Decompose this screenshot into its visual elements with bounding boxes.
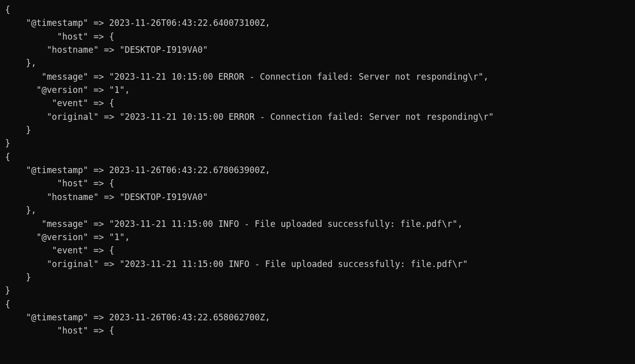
output-line: "message" => "2023-11-21 10:15:00 ERROR … (5, 70, 630, 83)
output-line: { (5, 3, 630, 16)
output-line: "event" => { (5, 244, 630, 257)
output-line: "@timestamp" => 2023-11-26T06:43:22.6580… (5, 311, 630, 324)
output-line: "@version" => "1", (5, 83, 630, 96)
output-line: "host" => { (5, 324, 630, 337)
output-line: "original" => "2023-11-21 11:15:00 INFO … (5, 257, 630, 271)
output-line: { (5, 297, 630, 311)
output-line: { (5, 150, 630, 163)
output-line: "hostname" => "DESKTOP-I919VA0" (5, 43, 630, 56)
output-line: "event" => { (5, 96, 630, 110)
output-line: "message" => "2023-11-21 11:15:00 INFO -… (5, 217, 630, 230)
output-line: "@timestamp" => 2023-11-26T06:43:22.6400… (5, 16, 630, 29)
output-line: "hostname" => "DESKTOP-I919VA0" (5, 190, 630, 204)
output-line: "@timestamp" => 2023-11-26T06:43:22.6780… (5, 163, 630, 177)
terminal-output: { "@timestamp" => 2023-11-26T06:43:22.64… (0, 0, 635, 341)
output-line: "original" => "2023-11-21 10:15:00 ERROR… (5, 110, 630, 123)
output-line: "host" => { (5, 177, 630, 190)
output-line: } (5, 271, 630, 284)
output-line: "@version" => "1", (5, 230, 630, 244)
output-line: }, (5, 56, 630, 70)
output-line: } (5, 123, 630, 137)
output-line: }, (5, 204, 630, 217)
output-line: } (5, 284, 630, 297)
output-line: } (5, 137, 630, 150)
output-line: "host" => { (5, 30, 630, 43)
